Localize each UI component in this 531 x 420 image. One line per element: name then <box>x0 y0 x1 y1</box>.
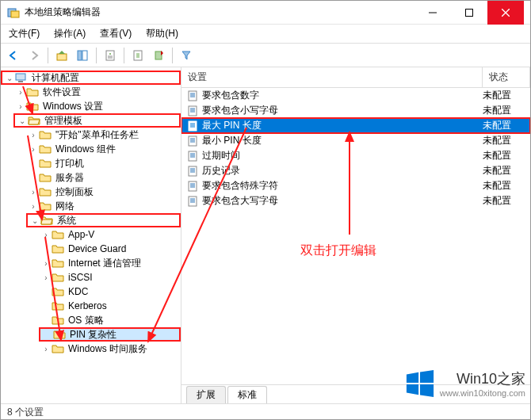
list-item[interactable]: 要求包含大写字母 未配置 <box>181 193 530 208</box>
minimize-button[interactable] <box>414 1 451 25</box>
list-item[interactable]: 要求包含特殊字符 未配置 <box>181 178 530 193</box>
tree-label: 控制面板 <box>54 185 95 199</box>
tree-label: App-V <box>67 229 96 240</box>
tree-label: 计算机配置 <box>30 71 81 85</box>
svg-rect-21 <box>189 106 197 116</box>
tree-item-admin-templates[interactable]: ⌄ 管理模板 <box>13 113 181 128</box>
menu-view[interactable]: 查看(V) <box>97 25 135 42</box>
policy-icon <box>186 120 199 132</box>
tree-item-win-time[interactable]: ›Windows 时间服务 <box>39 342 181 356</box>
tree-item-control-panel[interactable]: ›控制面板 <box>26 185 181 199</box>
list-item-state: 未配置 <box>483 104 525 117</box>
expand-icon[interactable]: › <box>28 131 39 139</box>
expand-icon[interactable]: › <box>40 345 52 353</box>
forward-button[interactable] <box>25 46 44 65</box>
filter-button[interactable] <box>177 46 196 65</box>
settings-list[interactable]: 要求包含数字 未配置 要求包含小写字母 未配置 最大 PIN 长度 未配置 最小… <box>181 88 530 384</box>
tree-item-kdc[interactable]: KDC <box>39 284 181 299</box>
list-item-label: 要求包含特殊字符 <box>202 179 483 193</box>
tab-extended[interactable]: 扩展 <box>186 386 226 403</box>
svg-rect-14 <box>155 52 162 59</box>
tree-item-internet-comm[interactable]: ›Internet 通信管理 <box>39 256 181 270</box>
list-item[interactable]: 最小 PIN 长度 未配置 <box>181 133 530 148</box>
tree-label: 系统 <box>55 214 78 227</box>
list-item-state: 未配置 <box>483 194 525 208</box>
tree-label: Windows 组件 <box>54 143 117 156</box>
folder-icon <box>39 143 52 155</box>
expand-icon[interactable]: › <box>28 202 39 211</box>
list-header: 设置 状态 <box>181 67 530 88</box>
tree-item-servers[interactable]: 服务器 <box>26 170 181 185</box>
tree-item-printers[interactable]: 打印机 <box>26 156 181 170</box>
expand-icon[interactable]: › <box>28 188 39 197</box>
list-item-label: 最大 PIN 长度 <box>202 119 483 132</box>
export-button[interactable] <box>149 46 168 65</box>
column-state[interactable]: 状态 <box>483 67 530 87</box>
tree-label: "开始"菜单和任务栏 <box>54 128 140 142</box>
expand-icon[interactable]: › <box>40 231 52 239</box>
folder-icon <box>39 200 52 212</box>
annotation-hint: 双击打开编辑 <box>300 242 376 259</box>
tree-root-computer-config[interactable]: ⌄ 计算机配置 <box>1 71 181 85</box>
list-item[interactable]: 历史记录 未配置 <box>181 163 530 178</box>
close-button[interactable] <box>487 1 524 25</box>
refresh-button[interactable] <box>128 46 147 65</box>
show-hide-tree-button[interactable] <box>73 46 92 65</box>
tree-item-device-guard[interactable]: Device Guard <box>39 242 181 256</box>
svg-rect-25 <box>189 121 197 131</box>
expand-icon[interactable]: › <box>15 88 26 97</box>
tree-item-os-policy[interactable]: OS 策略 <box>39 313 181 327</box>
back-button[interactable] <box>4 46 23 65</box>
menu-file[interactable]: 文件(F) <box>6 25 43 42</box>
toolbar-separator <box>124 48 124 63</box>
list-item[interactable]: 要求包含数字 未配置 <box>181 88 530 103</box>
svg-rect-6 <box>57 54 67 60</box>
expand-icon[interactable]: › <box>40 273 52 282</box>
maximize-button[interactable] <box>451 1 487 25</box>
tree-item-pin-complexity[interactable]: PIN 复杂性 <box>39 327 181 342</box>
tree-label: 软件设置 <box>41 86 82 99</box>
list-item[interactable]: 要求包含小写字母 未配置 <box>181 103 530 118</box>
policy-icon <box>186 135 199 147</box>
tree-label: Internet 通信管理 <box>67 257 143 270</box>
expand-icon[interactable]: › <box>28 145 39 154</box>
tree-item-system[interactable]: ⌄系统 <box>26 213 181 227</box>
list-item[interactable]: 最大 PIN 长度 未配置 <box>181 118 530 133</box>
tree-item-start-menu[interactable]: ›"开始"菜单和任务栏 <box>26 128 181 142</box>
tab-standard[interactable]: 标准 <box>227 386 267 403</box>
tree-label: 服务器 <box>54 171 86 185</box>
expand-icon[interactable]: ⌄ <box>29 216 40 225</box>
tree-item-win-components[interactable]: ›Windows 组件 <box>26 142 181 156</box>
navigation-tree[interactable]: ⌄ 计算机配置 › 软件设置 › Windows 设置 ⌄ <box>1 67 181 403</box>
tree-label: 打印机 <box>54 157 86 170</box>
tree-item-appv[interactable]: ›App-V <box>39 227 181 242</box>
toolbar-separator <box>96 48 97 63</box>
expand-icon[interactable]: ⌄ <box>4 74 15 82</box>
tree-item-iscsi[interactable]: ›iSCSI <box>39 270 181 284</box>
menu-help[interactable]: 帮助(H) <box>143 25 181 42</box>
toolbar-separator <box>48 48 48 63</box>
expand-icon[interactable]: › <box>40 259 52 268</box>
tree-item-network[interactable]: ›网络 <box>26 199 181 213</box>
svg-rect-8 <box>82 51 87 60</box>
list-item[interactable]: 过期时间 未配置 <box>181 148 530 163</box>
tree-item-kerberos[interactable]: Kerberos <box>39 299 181 313</box>
up-button[interactable] <box>52 46 71 65</box>
tree-label: 网络 <box>54 200 76 213</box>
tree-item-windows-settings[interactable]: › Windows 设置 <box>13 99 181 113</box>
column-setting[interactable]: 设置 <box>181 67 483 87</box>
folder-icon <box>52 272 64 283</box>
expand-icon[interactable]: ⌄ <box>17 116 28 125</box>
tree-item-software[interactable]: › 软件设置 <box>13 85 181 99</box>
properties-button[interactable] <box>101 46 120 65</box>
list-item-label: 要求包含小写字母 <box>202 104 483 117</box>
expand-icon[interactable]: › <box>15 102 26 111</box>
folder-icon <box>52 229 64 240</box>
folder-icon <box>39 186 52 197</box>
policy-icon <box>186 150 199 162</box>
menu-action[interactable]: 操作(A) <box>51 25 89 42</box>
computer-icon <box>15 72 28 83</box>
tree-label: Windows 设置 <box>41 100 105 113</box>
tree-label: KDC <box>67 286 90 297</box>
folder-icon <box>52 343 64 354</box>
